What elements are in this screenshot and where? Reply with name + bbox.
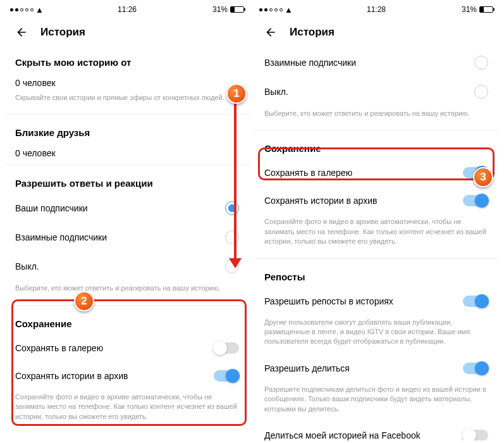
- reply-option-mutual[interactable]: Взаимные подписчики: [253, 48, 500, 77]
- save-desc: Сохраняйте фото и видео в архиве автомат…: [4, 390, 250, 429]
- battery-icon: [230, 6, 244, 13]
- replies-desc: Выберите, кто может ответить и реагирова…: [4, 281, 250, 301]
- battery-percent: 31%: [462, 5, 477, 14]
- toggle-repost[interactable]: [463, 296, 488, 307]
- section-save: Сохранение: [4, 309, 250, 334]
- save-desc: Сохраняйте фото и видео в архиве автомат…: [253, 215, 500, 254]
- radio-icon[interactable]: [474, 85, 488, 99]
- save-gallery-row[interactable]: Сохранять в галерею: [253, 159, 500, 187]
- status-bar: ▲ 11:26 31%: [4, 3, 250, 16]
- section-replies: Разрешить ответы и реакции: [4, 169, 250, 194]
- phone-right: ▲ 11:28 31% История Взаимные подписчики …: [253, 3, 500, 440]
- toggle-save-gallery[interactable]: [214, 342, 239, 354]
- header: История: [253, 16, 500, 48]
- save-archive-row[interactable]: Сохранять истории в архив: [253, 187, 500, 215]
- radio-icon[interactable]: [225, 230, 239, 244]
- section-reposts: Репосты: [253, 263, 500, 287]
- save-gallery-row[interactable]: Сохранять в галерею: [4, 334, 250, 362]
- replies-desc: Выберите, кто может ответить и реагирова…: [253, 106, 500, 126]
- status-bar: ▲ 11:28 31%: [253, 3, 500, 16]
- close-value[interactable]: 0 человек: [4, 143, 250, 161]
- toggle-share[interactable]: [463, 363, 488, 374]
- save-archive-row[interactable]: Сохранять истории в архив: [4, 362, 250, 390]
- hide-value[interactable]: 0 человек: [4, 73, 250, 90]
- battery-icon: [479, 6, 493, 13]
- wifi-icon: ▲: [35, 5, 44, 15]
- toggle-save-archive[interactable]: [214, 370, 239, 382]
- arrow-head-icon: [229, 258, 242, 268]
- page-title: История: [290, 26, 335, 39]
- toggle-save-archive[interactable]: [463, 195, 488, 206]
- hide-desc: Скрывайте свои истории и прямые эфиры от…: [4, 90, 250, 110]
- radio-icon[interactable]: [225, 201, 239, 215]
- header: История: [4, 16, 250, 48]
- share-desc: Разрешите подписчикам делиться фото и ви…: [253, 382, 500, 421]
- reply-option-off[interactable]: Выкл.: [253, 77, 500, 106]
- callout-3: 3: [473, 167, 493, 187]
- radio-icon[interactable]: [474, 56, 488, 70]
- section-hide: Скрыть мою историю от: [4, 48, 250, 73]
- reply-option-off[interactable]: Выкл.: [4, 252, 250, 281]
- clock: 11:28: [367, 5, 386, 14]
- back-icon[interactable]: [15, 26, 28, 39]
- clock: 11:26: [118, 5, 137, 14]
- repost-allow-row[interactable]: Разрешить репосты в историях: [253, 287, 500, 315]
- wifi-icon: ▲: [285, 5, 293, 15]
- toggle-fb[interactable]: [463, 430, 488, 440]
- repost-desc: Другие пользователи смогут добавлять ваш…: [253, 315, 500, 354]
- reply-option-followers[interactable]: Ваши подписчики: [4, 194, 250, 223]
- fb-share-row[interactable]: Делиться моей историей на Facebook: [253, 421, 500, 440]
- arrow-line: [234, 100, 237, 259]
- phone-left: ▲ 11:26 31% История Скрыть мою историю о…: [4, 3, 250, 440]
- reply-option-mutual[interactable]: Взаимные подписчики: [4, 223, 250, 252]
- share-allow-row[interactable]: Разрешить делиться: [253, 354, 500, 382]
- callout-1: 1: [226, 84, 247, 104]
- battery-percent: 31%: [212, 5, 228, 14]
- section-close-friends: Близкие друзья: [4, 118, 250, 143]
- back-icon[interactable]: [264, 26, 277, 39]
- section-save: Сохранение: [253, 134, 500, 159]
- callout-2: 2: [74, 291, 94, 311]
- page-title: История: [40, 26, 85, 39]
